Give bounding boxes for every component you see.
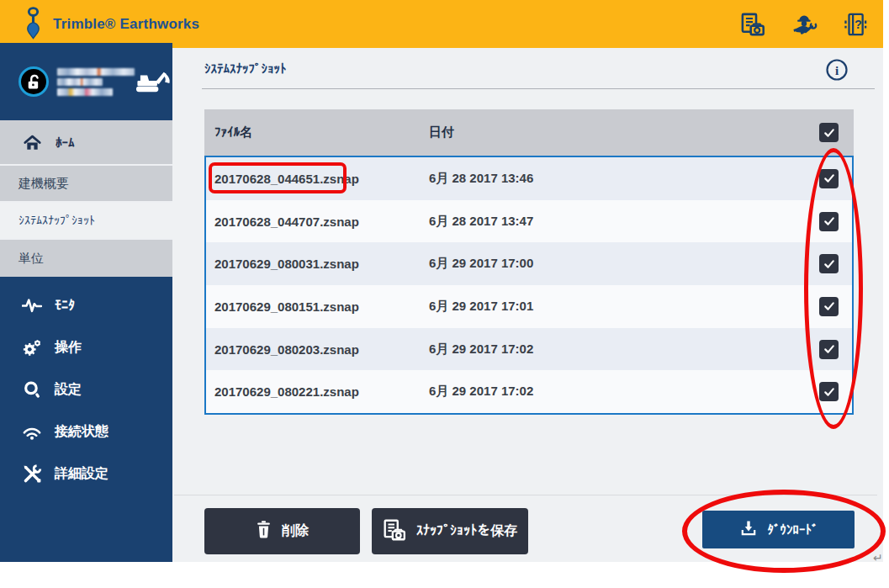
snapshot-date: 6月 29 2017 17:02 — [429, 342, 819, 358]
title-divider — [202, 88, 875, 89]
svg-text:i: i — [835, 64, 839, 77]
table-header-row: ﾌｧｲﾙ名 日付 — [204, 109, 854, 156]
row-checkbox[interactable] — [819, 382, 839, 401]
save-snapshot-button[interactable]: ｽﾅｯﾌﾟｼｮｯﾄを保存 — [372, 508, 528, 554]
sidebar-item-label: 操作 — [55, 339, 82, 357]
delete-button-label: 削除 — [282, 522, 309, 540]
sidebar-item-units[interactable]: 単位 — [0, 240, 172, 277]
app-title: Trimble® Earthworks — [53, 16, 199, 33]
row-checkbox[interactable] — [819, 254, 839, 273]
sidebar-item-label: ﾎｰﾑ — [56, 135, 75, 150]
info-icon[interactable]: i — [825, 58, 849, 82]
machine-info-line — [57, 88, 113, 96]
row-checkbox[interactable] — [819, 212, 839, 231]
sidebar-item-settings[interactable]: 設定 — [0, 368, 172, 411]
excavator-icon — [135, 66, 172, 98]
snapshot-table: 20170628_044651.zsnap 6月 28 2017 13:46 2… — [204, 156, 854, 415]
sidebar-item-monitor[interactable]: ﾓﾆﾀ — [0, 284, 172, 326]
snapshot-date: 6月 29 2017 17:00 — [429, 256, 819, 272]
sidebar-item-label: 単位 — [19, 251, 44, 267]
save-snapshot-button-label: ｽﾅｯﾌﾟｼｮｯﾄを保存 — [416, 522, 517, 540]
tools-icon — [22, 464, 42, 483]
shovel-logo-icon — [24, 6, 43, 43]
column-header-filename: ﾌｧｲﾙ名 — [214, 124, 429, 140]
sidebar-item-label: 建機概要 — [19, 176, 69, 192]
download-icon — [739, 519, 758, 540]
sidebar-item-system-snapshot-selected[interactable]: ｼｽﾃﾑｽﾅｯﾌﾟｼｮｯﾄ — [0, 203, 172, 240]
snapshot-filename: 20170629_080151.zsnap — [214, 299, 429, 314]
home-icon — [22, 133, 42, 151]
table-row[interactable]: 20170629_080203.zsnap 6月 29 2017 17:02 — [206, 328, 852, 371]
snapshot-filename: 20170628_044707.zsnap — [214, 215, 429, 229]
delete-button[interactable]: 削除 — [204, 508, 360, 554]
app-window: Trimble® Earthworks — [0, 0, 889, 588]
service-worker-icon[interactable] — [790, 10, 818, 39]
return-mark-artifact: ↵ — [873, 551, 883, 564]
snapshot-filename: 20170629_080221.zsnap — [214, 384, 429, 399]
trash-icon — [256, 520, 272, 543]
snapshot-camera-document-icon[interactable] — [738, 10, 767, 39]
footer-divider — [174, 495, 877, 495]
trimble-logo: Trimble® Earthworks — [24, 6, 199, 43]
table-row[interactable]: 20170629_080221.zsnap 6月 29 2017 17:02 — [206, 370, 852, 413]
sidebar-item-operation[interactable]: 操作 — [0, 326, 172, 368]
help-manual-icon[interactable]: ? — [841, 10, 870, 39]
wifi-icon — [22, 422, 42, 441]
main-content: ｼｽﾃﾑｽﾅｯﾌﾟｼｮｯﾄ i ﾌｧｲﾙ名 日付 20170628_044651… — [172, 48, 883, 562]
column-header-date: 日付 — [429, 124, 819, 140]
table-row[interactable]: 20170629_080031.zsnap 6月 29 2017 17:00 — [206, 242, 852, 285]
sidebar-item-label: ﾓﾆﾀ — [55, 298, 75, 313]
snapshot-filename: 20170629_080203.zsnap — [214, 342, 429, 357]
sidebar-item-label: ｼｽﾃﾑｽﾅｯﾌﾟｼｮｯﾄ — [19, 214, 95, 227]
machine-info-line — [57, 78, 103, 86]
row-checkbox[interactable] — [819, 297, 839, 316]
snapshot-date: 6月 29 2017 17:02 — [429, 384, 819, 400]
select-all-checkbox[interactable] — [819, 123, 839, 142]
machine-name-redacted — [57, 66, 135, 98]
sidebar: ﾎｰﾑ 建機概要 ｼｽﾃﾑｽﾅｯﾌﾟｼｮｯﾄ 単位 ﾓﾆﾀ — [0, 43, 172, 562]
snapshot-date: 6月 29 2017 17:01 — [429, 299, 819, 315]
snapshot-filename: 20170628_044651.zsnap — [214, 172, 429, 186]
sidebar-item-label: 接続状態 — [55, 423, 108, 441]
svg-text:?: ? — [855, 18, 862, 31]
sidebar-item-advanced-settings[interactable]: 詳細設定 — [0, 453, 172, 495]
lock-open-icon — [19, 66, 49, 97]
sidebar-nav-group: ﾓﾆﾀ — [0, 284, 172, 495]
download-button-label: ﾀﾞｳﾝﾛｰﾄﾞ — [768, 522, 818, 537]
download-button[interactable]: ﾀﾞｳﾝﾛｰﾄﾞ — [702, 511, 855, 548]
sidebar-item-home[interactable]: ﾎｰﾑ — [0, 120, 172, 166]
row-checkbox[interactable] — [819, 340, 839, 359]
sidebar-item-connection-status[interactable]: 接続状態 — [0, 411, 172, 453]
snapshot-filename: 20170629_080031.zsnap — [214, 257, 429, 271]
snapshot-camera-document-icon — [383, 519, 406, 544]
row-checkbox[interactable] — [819, 169, 839, 188]
header-icons: ? — [738, 0, 870, 48]
sidebar-item-label: 詳細設定 — [55, 465, 108, 483]
table-row[interactable]: 20170629_080151.zsnap 6月 29 2017 17:01 — [206, 285, 852, 328]
machine-info-line — [57, 68, 135, 76]
table-row[interactable]: 20170628_044707.zsnap 6月 28 2017 13:47 — [206, 200, 852, 243]
page-title: ｼｽﾃﾑｽﾅｯﾌﾟｼｮｯﾄ — [204, 61, 287, 76]
pulse-icon — [22, 296, 42, 315]
table-row[interactable]: 20170628_044651.zsnap 6月 28 2017 13:46 — [206, 157, 852, 200]
snapshot-date: 6月 28 2017 13:46 — [429, 171, 819, 187]
app-header: Trimble® Earthworks — [0, 0, 883, 48]
sidebar-item-machine-overview[interactable]: 建機概要 — [0, 166, 172, 203]
machine-info-panel[interactable] — [0, 43, 172, 120]
sidebar-item-label: 設定 — [55, 381, 82, 399]
gears-icon — [22, 338, 42, 357]
snapshot-date: 6月 28 2017 13:47 — [429, 214, 819, 230]
magnifier-icon — [22, 380, 42, 399]
